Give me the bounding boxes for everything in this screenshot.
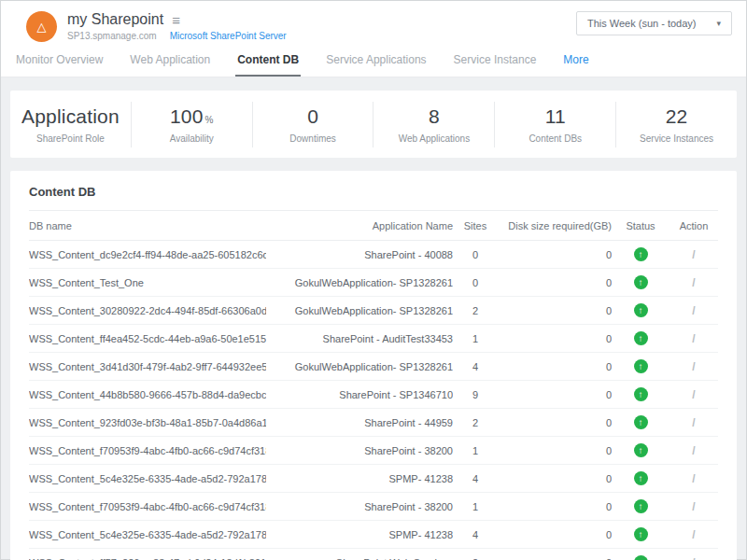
- disk-size-cell: 0: [498, 353, 612, 381]
- status-up-icon: ↑: [634, 247, 648, 261]
- status-up-icon: ↑: [634, 275, 648, 289]
- sites-cell: 2: [453, 297, 498, 325]
- app-window: △ my Sharepoint ≡ SP13.spmanage.com Micr…: [0, 0, 747, 560]
- db-name-cell: WSS_Content_Test_One: [29, 269, 266, 297]
- table-row: WSS_Content_ff4ea452-5cdc-44eb-a9a6-50e1…: [29, 325, 718, 353]
- application-name-cell: SPMP- 41238: [266, 465, 453, 493]
- page-title: my Sharepoint: [67, 11, 163, 28]
- application-name-cell: SharePoint - 38200: [266, 437, 453, 465]
- stat-downtimes: 0Downtimes: [252, 102, 374, 147]
- application-name-cell: SharePoint - SP1346710: [266, 381, 453, 409]
- tab-service-instance[interactable]: Service Instance: [452, 46, 539, 77]
- status-up-icon: ↑: [634, 555, 648, 560]
- edit-icon[interactable]: /: [692, 472, 695, 485]
- edit-icon[interactable]: /: [692, 248, 695, 261]
- column-header-action: Action: [669, 211, 718, 241]
- stat-label: Web Applications: [374, 133, 494, 144]
- card-title: Content DB: [29, 183, 718, 211]
- status-up-icon: ↑: [634, 359, 648, 373]
- status-cell: ↑: [612, 353, 669, 381]
- sites-cell: 1: [453, 437, 498, 465]
- disk-size-cell: 0: [498, 381, 612, 409]
- action-cell: /: [669, 465, 718, 493]
- sites-cell: 4: [453, 521, 498, 549]
- stat-label: Availability: [132, 133, 252, 144]
- db-name-cell: WSS_Content_ff4ea452-5cdc-44eb-a9a6-50e1…: [29, 325, 266, 353]
- monitor-logo-icon: △: [26, 11, 57, 42]
- action-cell: /: [669, 269, 718, 297]
- application-name-cell: GokulWebApplication- SP1328261: [266, 269, 453, 297]
- application-name-cell: GokulWebApplication- SP1328261: [266, 297, 453, 325]
- db-name-cell: WSS_Content_923fd03e-bf3b-48a1-85b7-0a4d…: [29, 409, 266, 437]
- action-cell: /: [669, 493, 718, 521]
- status-cell: ↑: [612, 269, 669, 297]
- stat-service-instances: 22Service Instances: [615, 102, 737, 147]
- stat-value: 11: [545, 105, 566, 127]
- status-up-icon: ↑: [634, 415, 648, 429]
- time-range-select[interactable]: This Week (sun - today) ▾: [576, 11, 732, 35]
- tab-bar: Monitor OverviewWeb ApplicationContent D…: [1, 46, 746, 77]
- column-header-status: Status: [612, 211, 669, 241]
- stat-value: Application: [21, 105, 120, 127]
- disk-size-cell: 0: [498, 241, 612, 269]
- edit-icon[interactable]: /: [692, 304, 695, 317]
- stat-value-suffix: %: [205, 115, 214, 125]
- tab-content-db[interactable]: Content DB: [235, 46, 301, 77]
- db-name-cell: WSS_Content_5c4e325e-6335-4ade-a5d2-792a…: [29, 465, 266, 493]
- chevron-down-icon: ▾: [716, 19, 721, 28]
- stat-label: Service Instances: [616, 133, 737, 144]
- table-header-row: DB nameApplication NameSitesDisk size re…: [29, 211, 718, 241]
- action-cell: /: [669, 409, 718, 437]
- edit-icon[interactable]: /: [692, 360, 695, 373]
- tab-more[interactable]: More: [561, 46, 590, 77]
- stat-label: SharePoint Role: [10, 133, 131, 144]
- status-cell: ↑: [612, 325, 669, 353]
- edit-icon[interactable]: /: [692, 444, 695, 457]
- status-up-icon: ↑: [634, 331, 648, 345]
- edit-icon[interactable]: /: [692, 528, 695, 541]
- content-db-table: DB nameApplication NameSitesDisk size re…: [29, 211, 718, 560]
- action-cell: /: [669, 297, 718, 325]
- table-row: WSS_Content_f70953f9-4abc-4fb0-ac66-c9d7…: [29, 493, 718, 521]
- table-row: WSS_Content_dc9e2cf4-ff94-48de-aa25-6051…: [29, 241, 718, 269]
- application-name-cell: SharePoint - 44959: [266, 409, 453, 437]
- disk-size-cell: 0: [498, 437, 612, 465]
- application-name-cell: SharePoint - 38200: [266, 493, 453, 521]
- action-cell: /: [669, 381, 718, 409]
- stat-value: 100: [170, 105, 204, 127]
- stats-card: ApplicationSharePoint Role100%Availabili…: [10, 91, 737, 158]
- edit-icon[interactable]: /: [692, 332, 695, 345]
- tab-monitor-overview[interactable]: Monitor Overview: [14, 46, 105, 77]
- db-name-cell: WSS_Content_44b8b580-9666-457b-88d4-da9e…: [29, 381, 266, 409]
- application-name-cell: GokulWebApplication- SP1328261: [266, 353, 453, 381]
- application-name-cell: SPMP- 41238: [266, 521, 453, 549]
- status-up-icon: ↑: [634, 303, 648, 317]
- edit-icon[interactable]: /: [692, 416, 695, 429]
- stat-value: 0: [307, 105, 318, 127]
- table-row: WSS_Content_3d41d30f-479f-4ab2-9ff7-6449…: [29, 353, 718, 381]
- main-content: ApplicationSharePoint Role100%Availabili…: [1, 77, 746, 560]
- tab-service-applications[interactable]: Service Applications: [324, 46, 428, 77]
- db-name-cell: WSS_Content_dc9e2cf4-ff94-48de-aa25-6051…: [29, 241, 266, 269]
- stat-sharepoint-role: ApplicationSharePoint Role: [10, 102, 131, 147]
- edit-icon[interactable]: /: [692, 388, 695, 401]
- server-type-link[interactable]: Microsoft SharePoint Server: [170, 31, 287, 41]
- action-cell: /: [669, 325, 718, 353]
- db-name-cell: WSS_Content_f70953f9-4abc-4fb0-ac66-c9d7…: [29, 493, 266, 521]
- sites-cell: 2: [453, 549, 498, 560]
- sites-cell: 0: [453, 269, 498, 297]
- table-row: WSS_Content_30280922-2dc4-494f-85df-6630…: [29, 297, 718, 325]
- edit-icon[interactable]: /: [692, 500, 695, 513]
- sites-cell: 4: [453, 465, 498, 493]
- table-row: WSS_Content_923fd03e-bf3b-48a1-85b7-0a4d…: [29, 409, 718, 437]
- table-body: WSS_Content_dc9e2cf4-ff94-48de-aa25-6051…: [29, 241, 718, 560]
- status-cell: ↑: [612, 241, 669, 269]
- edit-icon[interactable]: /: [692, 556, 695, 560]
- menu-icon[interactable]: ≡: [172, 12, 180, 28]
- top-header: △ my Sharepoint ≡ SP13.spmanage.com Micr…: [1, 1, 746, 46]
- sites-cell: 9: [453, 381, 498, 409]
- table-row: WSS_Content_5c4e325e-6335-4ade-a5d2-792a…: [29, 521, 718, 549]
- disk-size-cell: 0: [498, 493, 612, 521]
- tab-web-application[interactable]: Web Application: [128, 46, 212, 77]
- edit-icon[interactable]: /: [692, 276, 695, 289]
